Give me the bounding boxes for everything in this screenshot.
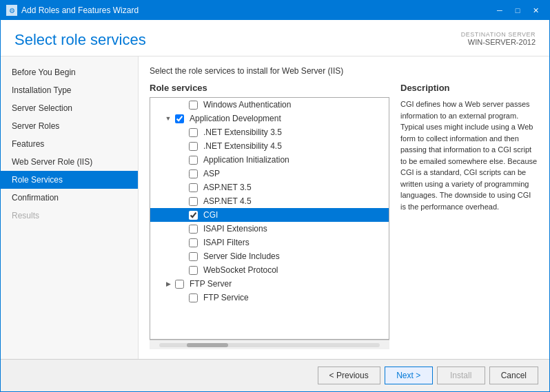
sidebar-item-features[interactable]: Features bbox=[1, 135, 138, 153]
footer: < Previous Next > Install Cancel bbox=[1, 359, 549, 391]
tree-item-label: ASP.NET 4.5 bbox=[203, 196, 252, 206]
tree-checkbox[interactable] bbox=[189, 197, 198, 206]
titlebar-controls: ─ □ ✕ bbox=[491, 3, 544, 17]
tree-item[interactable]: ISAPI Filters bbox=[150, 236, 389, 249]
minimize-button[interactable]: ─ bbox=[491, 3, 508, 17]
tree-checkbox[interactable] bbox=[189, 183, 198, 192]
expand-icon[interactable]: ▼ bbox=[164, 114, 172, 123]
tree-item-label: Application Development bbox=[190, 114, 281, 123]
tree-checkbox[interactable] bbox=[189, 128, 198, 137]
tree-checkbox[interactable] bbox=[189, 293, 198, 302]
tree-item-label: FTP Server bbox=[190, 279, 232, 289]
sidebar-item-results: Results bbox=[1, 207, 138, 225]
destination-server: DESTINATION SERVER WIN-SERVER-2012 bbox=[461, 31, 536, 46]
tree-item-label: ISAPI Filters bbox=[203, 238, 249, 247]
install-button: Install bbox=[437, 367, 485, 384]
tree-item[interactable]: Server Side Includes bbox=[150, 249, 389, 263]
expand-icon[interactable]: ▶ bbox=[164, 280, 172, 288]
tree-container[interactable]: Windows Authentication▼Application Devel… bbox=[150, 97, 389, 340]
tree-checkbox[interactable] bbox=[175, 280, 184, 289]
tree-item[interactable]: .NET Extensibility 4.5 bbox=[150, 139, 389, 153]
role-services-heading: Role services bbox=[150, 83, 389, 93]
tree-checkbox[interactable] bbox=[189, 156, 198, 165]
restore-button[interactable]: □ bbox=[509, 3, 526, 17]
tree-item[interactable]: FTP Service bbox=[150, 291, 389, 305]
sidebar: Before You BeginInstallation TypeServer … bbox=[1, 56, 139, 359]
tree-item[interactable]: WebSocket Protocol bbox=[150, 263, 389, 277]
tree-checkbox[interactable] bbox=[189, 252, 198, 261]
tree-item[interactable]: ASP.NET 3.5 bbox=[150, 180, 389, 194]
page-title: Select role services bbox=[14, 31, 146, 49]
destination-value: WIN-SERVER-2012 bbox=[468, 38, 536, 46]
sidebar-item-before-you-begin[interactable]: Before You Begin bbox=[1, 63, 138, 81]
tree-item-label: .NET Extensibility 4.5 bbox=[203, 141, 282, 151]
tree-item-label: ASP.NET 3.5 bbox=[203, 183, 252, 192]
tree-checkbox[interactable] bbox=[175, 114, 184, 123]
tree-item-label: CGI bbox=[203, 210, 218, 220]
tree-item[interactable]: ISAPI Extensions bbox=[150, 222, 389, 236]
content-area: Select role services DESTINATION SERVER … bbox=[1, 20, 549, 391]
tree-checkbox[interactable] bbox=[189, 169, 198, 178]
tree-item[interactable]: Application Initialization bbox=[150, 153, 389, 167]
tree-item-label: ASP bbox=[203, 169, 220, 178]
close-button[interactable]: ✕ bbox=[527, 3, 544, 17]
sidebar-item-confirmation[interactable]: Confirmation bbox=[1, 189, 138, 207]
tree-item-label: ISAPI Extensions bbox=[203, 224, 267, 234]
tree-item[interactable]: ASP.NET 4.5 bbox=[150, 194, 389, 208]
tree-item-label: WebSocket Protocol bbox=[203, 265, 278, 275]
next-button[interactable]: Next > bbox=[385, 367, 433, 384]
role-services-panel: Role services Windows Authentication▼App… bbox=[150, 83, 389, 349]
tree-item-label: Application Initialization bbox=[203, 155, 289, 165]
cancel-button[interactable]: Cancel bbox=[489, 367, 538, 384]
tree-item-label: .NET Extensibility 3.5 bbox=[203, 127, 282, 137]
description-text: CGI defines how a Web server passes info… bbox=[400, 99, 538, 212]
right-panel: Select the role services to install for … bbox=[139, 56, 549, 359]
tree-checkbox[interactable] bbox=[189, 142, 198, 151]
panel-body: Role services Windows Authentication▼App… bbox=[150, 83, 538, 349]
tree-item-label: FTP Service bbox=[203, 293, 249, 302]
main-area: Before You BeginInstallation TypeServer … bbox=[1, 56, 549, 359]
tree-item[interactable]: ASP bbox=[150, 167, 389, 180]
scroll-thumb bbox=[187, 343, 228, 347]
sidebar-item-role-services[interactable]: Role Services bbox=[1, 171, 138, 189]
previous-button[interactable]: < Previous bbox=[318, 367, 380, 384]
tree-item-label: Server Side Includes bbox=[203, 251, 280, 261]
sidebar-item-web-server-role[interactable]: Web Server Role (IIS) bbox=[1, 153, 138, 171]
horizontal-scrollbar[interactable] bbox=[150, 340, 389, 349]
main-window: ⚙ Add Roles and Features Wizard ─ □ ✕ Se… bbox=[0, 0, 550, 392]
destination-label: DESTINATION SERVER bbox=[461, 31, 536, 38]
titlebar: ⚙ Add Roles and Features Wizard ─ □ ✕ bbox=[1, 1, 549, 20]
tree-checkbox[interactable] bbox=[189, 211, 198, 220]
tree-item-label: Windows Authentication bbox=[203, 100, 291, 110]
app-icon: ⚙ bbox=[6, 5, 17, 16]
tree-item[interactable]: .NET Extensibility 3.5 bbox=[150, 125, 389, 139]
titlebar-left: ⚙ Add Roles and Features Wizard bbox=[6, 5, 139, 16]
header-area: Select role services DESTINATION SERVER … bbox=[1, 20, 549, 56]
tree-item[interactable]: CGI bbox=[150, 208, 389, 222]
tree-checkbox[interactable] bbox=[189, 266, 198, 275]
sidebar-item-server-selection[interactable]: Server Selection bbox=[1, 99, 138, 117]
tree-checkbox[interactable] bbox=[189, 238, 198, 247]
description-panel: Description CGI defines how a Web server… bbox=[400, 83, 538, 349]
tree-item[interactable]: ▼Application Development bbox=[150, 112, 389, 125]
tree-item[interactable]: Windows Authentication bbox=[150, 98, 389, 112]
description-heading: Description bbox=[400, 83, 538, 93]
scroll-track bbox=[159, 343, 380, 347]
sidebar-item-installation-type[interactable]: Installation Type bbox=[1, 81, 138, 99]
tree-checkbox[interactable] bbox=[189, 101, 198, 110]
tree-item[interactable]: ▶FTP Server bbox=[150, 277, 389, 291]
titlebar-title: Add Roles and Features Wizard bbox=[21, 6, 139, 15]
tree-checkbox[interactable] bbox=[189, 225, 198, 234]
sidebar-item-server-roles[interactable]: Server Roles bbox=[1, 117, 138, 135]
instruction-text: Select the role services to install for … bbox=[150, 66, 538, 76]
